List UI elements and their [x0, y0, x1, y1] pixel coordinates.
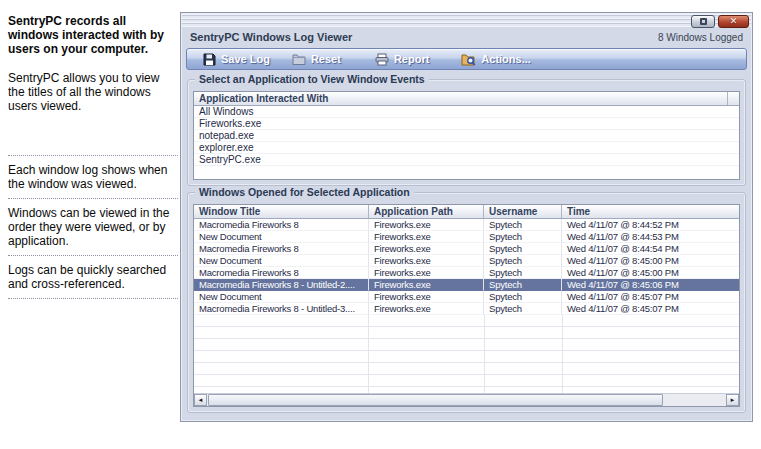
app-list-item[interactable]: Fireworks.exe [194, 118, 739, 130]
table-row[interactable]: Macromedia Fireworks 8Fireworks.exeSpyte… [194, 219, 739, 231]
actions-search-folder-icon [461, 53, 476, 66]
close-button[interactable]: ✕ [718, 15, 749, 28]
table-row[interactable]: Macromedia Fireworks 8Fireworks.exeSpyte… [194, 243, 739, 255]
intro-heading: SentryPC records all windows interacted … [8, 14, 178, 56]
scroll-track[interactable] [208, 394, 725, 406]
app-section: Select an Application to View Window Eve… [187, 79, 746, 186]
table-row[interactable]: New DocumentFireworks.exeSpytechWed 4/11… [194, 291, 739, 303]
table-cell: Wed 4/11/07 @ 8:45:00 PM [562, 267, 739, 279]
app-list-header: Application Interacted With [194, 92, 739, 106]
app-window: ✕ SentryPC Windows Log Viewer 8 Windows … [180, 12, 753, 422]
table-cell: New Document [194, 291, 369, 303]
dotted-divider [8, 198, 178, 199]
window-controls: ✕ [691, 15, 749, 28]
left-panel: SentryPC records all windows interacted … [8, 14, 178, 304]
note-text: Windows can be viewed in the order they … [8, 204, 178, 250]
table-cell: Macromedia Fireworks 8 [194, 219, 369, 231]
column-header[interactable]: Window Title [194, 205, 369, 218]
maximize-icon [700, 18, 707, 25]
table-cell: Fireworks.exe [369, 267, 484, 279]
table-cell: Wed 4/11/07 @ 8:44:53 PM [562, 231, 739, 243]
dotted-divider [8, 298, 178, 299]
column-header[interactable]: Time [562, 205, 739, 218]
dotted-divider [8, 255, 178, 256]
title-row: SentryPC Windows Log Viewer 8 Windows Lo… [190, 30, 743, 44]
app-section-title: Select an Application to View Window Eve… [195, 73, 429, 85]
windows-table: Window TitleApplication PathUsernameTime… [193, 204, 740, 407]
save-log-button[interactable]: Save Log [199, 50, 274, 68]
table-cell: Macromedia Fireworks 8 [194, 243, 369, 255]
page: SentryPC records all windows interacted … [0, 0, 761, 449]
titlebar-grip[interactable] [182, 14, 751, 27]
reset-folder-icon [292, 53, 306, 65]
table-cell: Spytech [484, 255, 562, 267]
actions-button[interactable]: Actions... [457, 50, 535, 68]
table-cell: Fireworks.exe [369, 255, 484, 267]
toolbar: Save Log Reset Report Actions... [186, 48, 747, 70]
table-cell: Fireworks.exe [369, 243, 484, 255]
app-list-item[interactable]: explorer.exe [194, 142, 739, 154]
scroll-right-button[interactable]: ► [726, 394, 739, 406]
table-cell: Wed 4/11/07 @ 8:45:07 PM [562, 291, 739, 303]
table-row[interactable]: New DocumentFireworks.exeSpytechWed 4/11… [194, 231, 739, 243]
table-row-selected[interactable]: Macromedia Fireworks 8 - Untitled-2....F… [194, 279, 739, 291]
report-label: Report [394, 53, 429, 65]
app-column-header[interactable]: Application Interacted With [194, 92, 727, 105]
windows-section-title: Windows Opened for Selected Application [195, 186, 414, 198]
table-cell: Macromedia Fireworks 8 - Untitled-3.... [194, 303, 369, 315]
dotted-divider [8, 155, 178, 156]
table-cell: New Document [194, 231, 369, 243]
table-cell: Macromedia Fireworks 8 - Untitled-2.... [194, 279, 369, 291]
scroll-thumb[interactable] [208, 394, 663, 406]
maximize-button[interactable] [691, 15, 715, 28]
table-cell: Fireworks.exe [369, 303, 484, 315]
horizontal-scrollbar[interactable]: ◄ ► [194, 393, 739, 406]
app-listbox: Application Interacted With All WindowsF… [193, 91, 740, 180]
table-cell: Spytech [484, 279, 562, 291]
actions-label: Actions... [481, 53, 531, 65]
app-column-filler [727, 92, 739, 105]
close-icon: ✕ [730, 16, 738, 26]
table-cell: Fireworks.exe [369, 291, 484, 303]
table-cell: Wed 4/11/07 @ 8:45:06 PM [562, 279, 739, 291]
table-cell: New Document [194, 255, 369, 267]
column-header[interactable]: Username [484, 205, 562, 218]
app-list-item[interactable]: SentryPC.exe [194, 154, 739, 166]
table-cell: Wed 4/11/07 @ 8:45:00 PM [562, 255, 739, 267]
table-cell: Spytech [484, 231, 562, 243]
reset-button[interactable]: Reset [288, 50, 345, 68]
note-text: Each window log shows when the window wa… [8, 161, 178, 193]
table-cell: Spytech [484, 243, 562, 255]
table-cell: Wed 4/11/07 @ 8:44:54 PM [562, 243, 739, 255]
table-row[interactable]: New DocumentFireworks.exeSpytechWed 4/11… [194, 255, 739, 267]
windows-table-body: Macromedia Fireworks 8Fireworks.exeSpyte… [194, 219, 739, 315]
table-row[interactable]: Macromedia Fireworks 8Fireworks.exeSpyte… [194, 267, 739, 279]
reset-label: Reset [311, 53, 341, 65]
table-cell: Fireworks.exe [369, 219, 484, 231]
table-cell: Spytech [484, 291, 562, 303]
table-cell: Fireworks.exe [369, 231, 484, 243]
table-cell: Spytech [484, 219, 562, 231]
status-count: 8 Windows Logged [658, 32, 743, 43]
save-icon [203, 53, 216, 66]
report-button[interactable]: Report [371, 50, 433, 68]
app-list-item[interactable]: notepad.exe [194, 130, 739, 142]
left-notes: Each window log shows when the window wa… [8, 155, 178, 299]
windows-table-filler [194, 315, 739, 393]
intro-subheading: SentryPC allows you to view the titles o… [8, 71, 178, 113]
app-list: All WindowsFireworks.exenotepad.exeexplo… [194, 106, 739, 179]
table-row[interactable]: Macromedia Fireworks 8 - Untitled-3....F… [194, 303, 739, 315]
save-log-label: Save Log [221, 53, 270, 65]
note-text: Logs can be quickly searched and cross-r… [8, 261, 178, 293]
table-cell: Spytech [484, 303, 562, 315]
column-header[interactable]: Application Path [369, 205, 484, 218]
table-cell: Fireworks.exe [369, 279, 484, 291]
table-cell: Wed 4/11/07 @ 8:44:52 PM [562, 219, 739, 231]
table-cell: Wed 4/11/07 @ 8:45:07 PM [562, 303, 739, 315]
scroll-left-button[interactable]: ◄ [194, 394, 207, 406]
report-printer-icon [375, 53, 389, 66]
window-title: SentryPC Windows Log Viewer [190, 31, 352, 43]
app-list-item[interactable]: All Windows [194, 106, 739, 118]
windows-table-header: Window TitleApplication PathUsernameTime [194, 205, 739, 219]
table-cell: Spytech [484, 267, 562, 279]
